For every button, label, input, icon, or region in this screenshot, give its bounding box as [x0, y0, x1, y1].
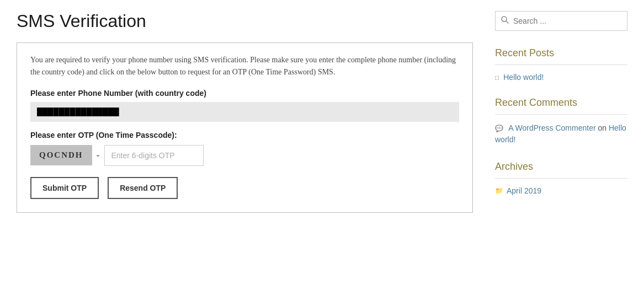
recent-posts-title: Recent Posts [495, 47, 627, 59]
recent-comments-divider [495, 114, 627, 115]
otp-row: QOCNDH - [30, 145, 459, 166]
svg-line-1 [506, 21, 508, 23]
resend-otp-button[interactable]: Resend OTP [108, 177, 178, 199]
recent-post-link-0[interactable]: □ Hello world! [495, 73, 627, 82]
page-title: SMS Verification [17, 11, 473, 31]
search-input[interactable] [513, 17, 621, 25]
button-row: Submit OTP Resend OTP [30, 177, 459, 199]
phone-input-wrapper [30, 102, 459, 122]
main-content: SMS Verification You are required to ver… [17, 11, 473, 224]
search-box [495, 11, 627, 31]
commenter-link-0[interactable]: A WordPress Commenter [508, 123, 595, 132]
recent-comments-section: Recent Comments 💬 A WordPress Commenter … [495, 97, 627, 146]
phone-input[interactable] [35, 106, 455, 117]
recent-post-label-0: Hello world! [503, 73, 544, 82]
post-icon-0: □ [495, 74, 499, 82]
verification-box: You are required to verify your phone nu… [17, 42, 473, 213]
comment-on-text-0: on [598, 123, 606, 132]
recent-posts-section: Recent Posts □ Hello world! [495, 47, 627, 82]
archives-section: Archives 📁 April 2019 [495, 161, 627, 195]
phone-label: Please enter Phone Number (with country … [30, 89, 459, 98]
folder-icon-0: 📁 [495, 187, 503, 195]
otp-dash: - [97, 149, 100, 161]
otp-input[interactable] [104, 145, 204, 166]
recent-comments-title: Recent Comments [495, 97, 627, 109]
submit-otp-button[interactable]: Submit OTP [30, 177, 99, 199]
comment-icon: 💬 [495, 125, 503, 132]
search-icon [501, 16, 509, 26]
archives-title: Archives [495, 161, 627, 173]
archive-link-0[interactable]: 📁 April 2019 [495, 186, 627, 195]
sidebar: Recent Posts □ Hello world! Recent Comme… [495, 11, 627, 224]
archive-label-0: April 2019 [507, 186, 541, 195]
recent-posts-divider [495, 64, 627, 65]
comment-entry-0: 💬 A WordPress Commenter on Hello world! [495, 122, 627, 146]
archives-divider [495, 178, 627, 179]
otp-label: Please enter OTP (One Time Passcode): [30, 131, 459, 139]
verification-description: You are required to verify your phone nu… [30, 54, 459, 79]
captcha-display: QOCNDH [30, 145, 92, 165]
